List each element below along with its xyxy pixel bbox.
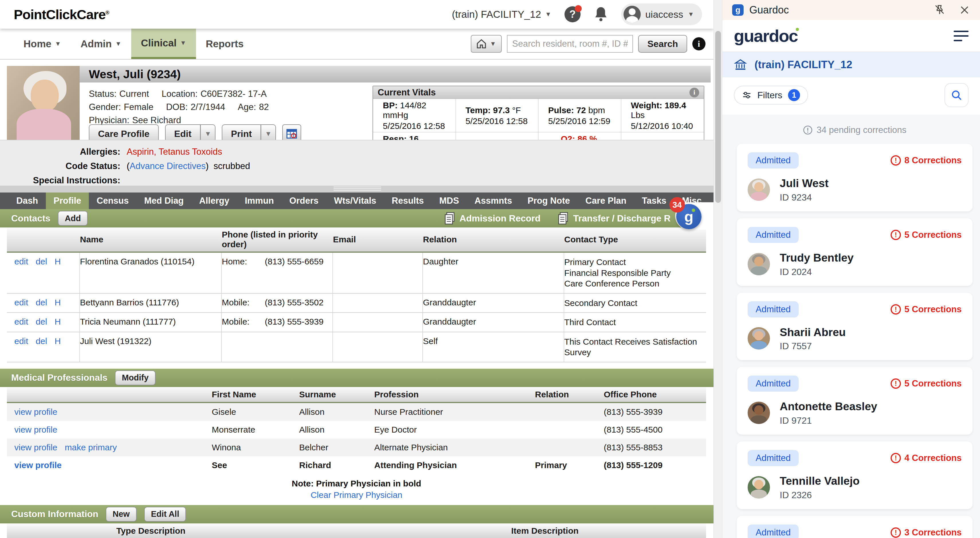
corrections-alert-icon: ! <box>891 378 901 389</box>
top-bar: PointClickCare® (train) FACILITY_12 ▼ ? … <box>0 0 714 29</box>
tab-prog-note[interactable]: Prog Note <box>520 192 578 209</box>
contact-actions: editdelH <box>7 294 80 313</box>
mp-action-view-profile[interactable]: view profile <box>14 443 57 452</box>
tab-assmnts[interactable]: Assmnts <box>467 192 520 209</box>
menu-icon[interactable] <box>954 31 969 41</box>
corrections-alert-icon: ! <box>891 453 901 463</box>
info-icon[interactable]: i <box>692 37 705 51</box>
filters-button[interactable]: Filters 1 <box>734 86 808 105</box>
contact-action-h[interactable]: H <box>54 298 61 307</box>
mp-action-view-profile[interactable]: view profile <box>14 460 62 470</box>
contact-action-h[interactable]: H <box>54 257 61 267</box>
patient-card-name: Tennille Vallejo <box>780 474 860 488</box>
facility-selector[interactable]: (train) FACILITY_12 ▼ <box>452 9 551 20</box>
patient-card[interactable]: Admitted!8 CorrectionsJuli WestID 9234 <box>737 144 972 211</box>
corrections-indicator[interactable]: !5 Corrections <box>891 304 962 314</box>
guardoc-extension-icon: g <box>732 4 744 16</box>
contact-row: editdelHBettyann Barrios (111776)Mobile:… <box>7 294 706 313</box>
mp-action-view-profile[interactable]: view profile <box>14 425 57 435</box>
contact-name: Juli West (191322) <box>80 332 222 362</box>
code-status-value: scrubbed <box>213 161 250 171</box>
search-icon <box>950 89 963 101</box>
tab-orders[interactable]: Orders <box>282 192 326 209</box>
search-input[interactable] <box>507 35 633 53</box>
close-icon[interactable] <box>959 4 970 16</box>
contact-action-del[interactable]: del <box>35 298 47 307</box>
tab-results[interactable]: Results <box>384 192 431 209</box>
mp-office-phone: (813) 555-4500 <box>604 421 706 439</box>
tab-dash[interactable]: Dash <box>9 192 46 209</box>
corrections-indicator[interactable]: !3 Corrections <box>891 527 962 538</box>
modify-button[interactable]: Modify <box>115 370 155 385</box>
new-button[interactable]: New <box>106 507 137 522</box>
tab-wts-vitals[interactable]: Wts/Vitals <box>326 192 384 209</box>
code-status-label: Code Status: <box>0 161 120 171</box>
nav-item-admin[interactable]: Admin▼ <box>71 29 131 59</box>
help-icon[interactable]: ? <box>565 6 581 22</box>
contact-relation: Granddaugter <box>423 313 564 332</box>
tab-mds[interactable]: MDS <box>431 192 467 209</box>
corrections-indicator[interactable]: !4 Corrections <box>891 453 962 463</box>
vertical-scrollbar-thumb[interactable] <box>715 31 721 203</box>
sidebar-search-button[interactable] <box>945 83 969 107</box>
vital-unit: Lbs <box>631 110 645 120</box>
mp-relation <box>535 439 604 456</box>
vitals-info-icon[interactable]: i <box>689 88 699 97</box>
vital-cell-pulse: Pulse: 72 bpm5/25/2016 12:59 <box>538 99 621 132</box>
column-first-name: First Name <box>212 387 299 402</box>
patient-info-label: DOB: <box>166 102 188 112</box>
contact-action-edit[interactable]: edit <box>14 298 28 307</box>
sidebar-facility-row[interactable]: (train) FACILITY_12 <box>722 52 980 77</box>
pointclickcare-app: PointClickCare® (train) FACILITY_12 ▼ ? … <box>0 0 714 538</box>
contact-email <box>333 294 423 313</box>
patient-card[interactable]: Admitted!4 CorrectionsTennille VallejoID… <box>737 441 972 509</box>
transfer-discharge-link[interactable]: Transfer / Discharge R <box>558 212 671 225</box>
clear-primary-physician-link[interactable]: Clear Primary Physician <box>310 490 402 500</box>
user-menu[interactable]: uiaccess ▼ <box>621 3 702 25</box>
bell-icon[interactable] <box>594 6 608 22</box>
contact-action-edit[interactable]: edit <box>14 336 28 346</box>
tab-census[interactable]: Census <box>89 192 137 209</box>
horizontal-scrollbar[interactable] <box>0 186 714 192</box>
contact-action-h[interactable]: H <box>54 336 61 346</box>
contact-action-del[interactable]: del <box>35 317 47 327</box>
contact-action-del[interactable]: del <box>35 336 47 346</box>
unpin-icon[interactable] <box>934 4 946 16</box>
vertical-scrollbar[interactable] <box>714 0 722 538</box>
search-button[interactable]: Search <box>638 35 687 53</box>
avatar <box>748 402 770 424</box>
contact-action-edit[interactable]: edit <box>14 257 28 267</box>
avatar <box>748 178 770 201</box>
add-contact-button[interactable]: Add <box>58 211 88 226</box>
phone-type: Mobile: <box>222 298 265 308</box>
mp-action-make-primary[interactable]: make primary <box>65 443 117 452</box>
admission-record-link[interactable]: Admission Record <box>444 212 541 225</box>
advance-directives-link[interactable]: Advance Directives <box>129 161 205 171</box>
corrections-indicator[interactable]: !8 Corrections <box>891 155 962 166</box>
tab-immun[interactable]: Immun <box>237 192 282 209</box>
edit-all-button[interactable]: Edit All <box>144 507 186 522</box>
patient-card[interactable]: Admitted!5 CorrectionsAntonette BeasleyI… <box>737 367 972 435</box>
corrections-indicator[interactable]: !5 Corrections <box>891 378 962 389</box>
nav-item-reports[interactable]: Reports <box>196 29 253 59</box>
contact-action-del[interactable]: del <box>35 257 47 267</box>
tab-tasks[interactable]: Tasks <box>634 192 674 209</box>
patient-card-list: 34 pending corrections Admitted!8 Correc… <box>722 114 980 538</box>
nav-item-clinical[interactable]: Clinical▼ <box>131 29 196 59</box>
contact-phone: Home:(813) 555-6659 <box>222 253 333 293</box>
tab-med-diag[interactable]: Med Diag <box>137 192 191 209</box>
patient-card[interactable]: Admitted!5 CorrectionsTrudy BentleyID 20… <box>737 218 972 286</box>
tab-allergy[interactable]: Allergy <box>191 192 237 209</box>
nav-item-home[interactable]: Home▼ <box>14 29 71 59</box>
tab-care-plan[interactable]: Care Plan <box>578 192 634 209</box>
contact-action-edit[interactable]: edit <box>14 317 28 327</box>
mp-action-view-profile[interactable]: view profile <box>14 407 57 417</box>
patient-card[interactable]: Admitted!5 CorrectionsSharii AbreuID 755… <box>737 293 972 360</box>
contact-action-h[interactable]: H <box>54 317 61 327</box>
search-scope-button[interactable]: ▼ <box>471 35 502 53</box>
patient-info-value: Female <box>124 102 153 112</box>
corrections-indicator[interactable]: !5 Corrections <box>891 230 962 240</box>
horizontal-scrollbar-thumb[interactable] <box>334 187 381 192</box>
tab-profile[interactable]: Profile <box>46 192 89 209</box>
patient-card[interactable]: Admitted!3 CorrectionsKorey Ring <box>737 516 972 538</box>
